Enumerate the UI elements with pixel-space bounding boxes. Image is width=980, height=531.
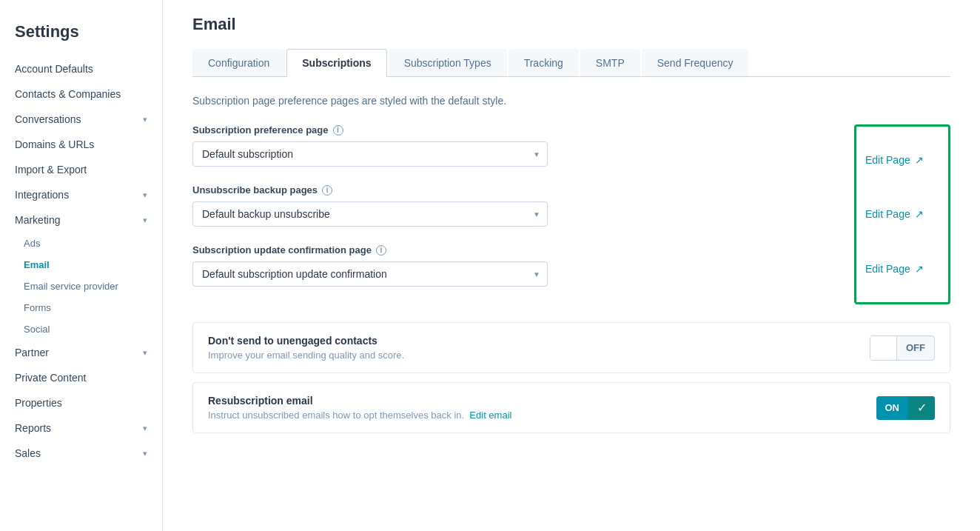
subscription-update-confirmation-label: Subscription update confirmation page — [192, 244, 372, 256]
dont-send-unengaged-description: Improve your email sending quality and s… — [208, 350, 404, 361]
chevron-down-icon: ▾ — [143, 115, 147, 124]
chevron-down-icon: ▾ — [143, 216, 147, 225]
external-link-icon: ↗ — [915, 263, 924, 275]
external-link-icon: ↗ — [915, 208, 924, 220]
sidebar-sub-item-email[interactable]: Email — [24, 254, 162, 275]
sidebar-item-label: Marketing — [15, 214, 60, 226]
info-icon[interactable]: i — [322, 185, 332, 196]
edit-page-btn-2[interactable]: Edit Page ↗ — [865, 208, 939, 220]
sidebar-item-domains-urls[interactable]: Domains & URLs — [0, 132, 162, 157]
edit-page-label-1: Edit Page — [865, 154, 910, 166]
dont-send-toggle[interactable]: OFF — [870, 335, 935, 361]
external-link-icon: ↗ — [915, 154, 924, 166]
sidebar-item-properties[interactable]: Properties — [0, 390, 162, 415]
resubscription-email-description: Instruct unsubscribed emails how to opt … — [208, 410, 511, 421]
page-title: Email — [192, 15, 950, 34]
chevron-down-icon: ▾ — [143, 348, 147, 358]
sidebar-sub-item-email-service-provider[interactable]: Email service provider — [24, 275, 162, 297]
edit-page-label-2: Edit Page — [865, 208, 910, 220]
unsubscribe-backup-pages-select[interactable]: Default backup unsubscribe — [192, 201, 548, 227]
chevron-down-icon: ▾ — [143, 190, 147, 200]
sidebar-item-label: Account Defaults — [15, 63, 93, 75]
sidebar-item-label: Properties — [15, 397, 62, 409]
sidebar-item-label: Reports — [15, 422, 51, 434]
sidebar-item-account-defaults[interactable]: Account Defaults — [0, 56, 162, 81]
resubscription-email-card: Resubscription email Instruct unsubscrib… — [192, 382, 950, 433]
sidebar-item-conversations[interactable]: Conversations ▾ — [0, 107, 162, 132]
tab-subscription-types[interactable]: Subscription Types — [389, 49, 507, 76]
toggle-check-icon: ✓ — [908, 396, 935, 420]
sidebar-item-label: Import & Export — [15, 164, 87, 176]
info-icon[interactable]: i — [376, 245, 386, 256]
sidebar-item-label: Private Content — [15, 372, 87, 384]
sidebar-item-import-export[interactable]: Import & Export — [0, 157, 162, 182]
sidebar-item-reports[interactable]: Reports ▾ — [0, 415, 162, 441]
chevron-down-icon: ▾ — [143, 424, 147, 433]
dont-send-unengaged-card: Don't send to unengaged contacts Improve… — [192, 322, 950, 373]
sidebar-item-label: Conversations — [15, 113, 81, 125]
toggle-on-label: ON — [876, 398, 909, 418]
edit-page-label-3: Edit Page — [865, 263, 910, 275]
sidebar-item-sales[interactable]: Sales ▾ — [0, 441, 162, 466]
sidebar-item-label: Integrations — [15, 189, 69, 201]
subscription-preference-page-label: Subscription preference page — [192, 124, 329, 136]
resubscription-email-title: Resubscription email — [208, 395, 511, 407]
info-icon[interactable]: i — [333, 125, 343, 136]
sidebar-sub-item-social[interactable]: Social — [24, 318, 162, 340]
edit-page-btn-1[interactable]: Edit Page ↗ — [865, 154, 939, 166]
edit-page-btn-3[interactable]: Edit Page ↗ — [865, 263, 939, 275]
toggle-switch-off — [870, 336, 897, 360]
unsubscribe-backup-pages-group: Unsubscribe backup pages i Default backu… — [192, 184, 842, 227]
dont-send-unengaged-title: Don't send to unengaged contacts — [208, 335, 404, 347]
app-title: Settings — [0, 15, 162, 56]
chevron-down-icon: ▾ — [143, 449, 147, 458]
subscription-preference-page-select[interactable]: Default subscription — [192, 141, 548, 167]
edit-email-link[interactable]: Edit email — [469, 410, 511, 421]
sidebar-sub-item-forms[interactable]: Forms — [24, 297, 162, 318]
tab-subscriptions[interactable]: Subscriptions — [286, 49, 386, 77]
resubscription-toggle[interactable]: ON ✓ — [876, 396, 936, 420]
sidebar-sub-item-ads[interactable]: Ads — [24, 233, 162, 254]
sidebar-item-integrations[interactable]: Integrations ▾ — [0, 182, 162, 207]
tab-tracking[interactable]: Tracking — [509, 49, 579, 76]
edit-pages-highlight-box: Edit Page ↗ Edit Page ↗ Edit Page ↗ — [854, 124, 950, 304]
sidebar-item-label: Contacts & Companies — [15, 88, 121, 100]
tab-smtp[interactable]: SMTP — [580, 49, 640, 76]
sidebar-item-label: Partner — [15, 347, 49, 358]
sidebar-item-partner[interactable]: Partner ▾ — [0, 340, 162, 365]
toggle-off-label: OFF — [897, 338, 934, 358]
tab-send-frequency[interactable]: Send Frequency — [642, 49, 749, 76]
sidebar-item-label: Domains & URLs — [15, 138, 94, 150]
unsubscribe-backup-pages-label: Unsubscribe backup pages — [192, 184, 318, 196]
sidebar-item-private-content[interactable]: Private Content — [0, 365, 162, 390]
sidebar-item-marketing[interactable]: Marketing ▾ — [0, 207, 162, 233]
section-description: Subscription page preference pages are s… — [192, 95, 950, 107]
tab-configuration[interactable]: Configuration — [192, 49, 285, 76]
subscription-update-confirmation-group: Subscription update confirmation page i … — [192, 244, 842, 287]
subscription-update-confirmation-select[interactable]: Default subscription update confirmation — [192, 261, 548, 287]
subscription-preference-page-group: Subscription preference page i Default s… — [192, 124, 842, 167]
sidebar-item-contacts-companies[interactable]: Contacts & Companies — [0, 81, 162, 107]
sidebar-item-label: Sales — [15, 447, 41, 459]
tab-bar: Configuration Subscriptions Subscription… — [192, 49, 950, 77]
